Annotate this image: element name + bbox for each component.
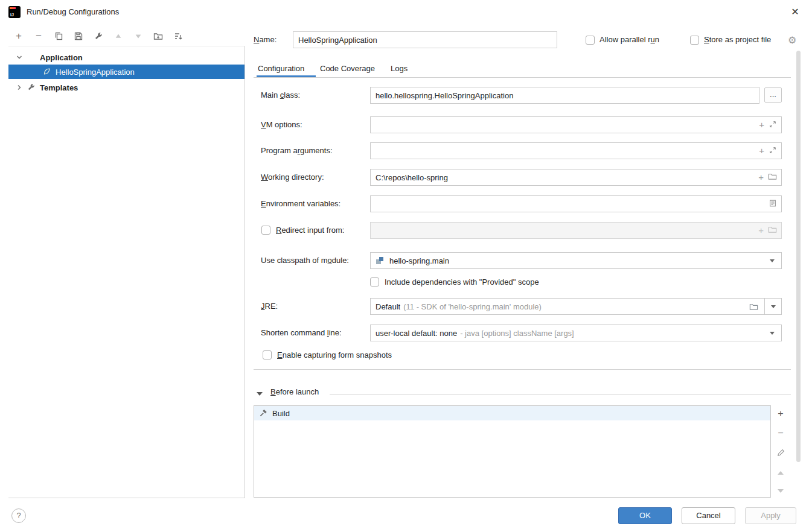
tab-logs[interactable]: Logs — [391, 60, 408, 77]
provided-scope-checkbox[interactable] — [370, 277, 379, 287]
chevron-right-icon[interactable] — [14, 83, 24, 92]
vm-options-label: VM options: — [261, 116, 302, 133]
help-button[interactable]: ? — [11, 508, 26, 523]
move-up-icon[interactable] — [113, 31, 124, 42]
main-class-field — [370, 87, 759, 104]
save-configuration-icon[interactable] — [73, 31, 84, 42]
working-directory-field: + — [370, 169, 782, 186]
scrollbar[interactable] — [796, 51, 801, 462]
ok-button[interactable]: OK — [618, 507, 672, 524]
form-snapshots-checkbox[interactable] — [263, 350, 272, 359]
create-folder-icon[interactable] — [153, 31, 164, 42]
vm-options-expand-icon[interactable] — [769, 120, 777, 130]
shorten-command-line-label: Shorten command line: — [261, 325, 342, 341]
jre-value: Default — [371, 302, 400, 311]
environment-variables-field — [370, 195, 782, 212]
tab-configuration[interactable]: Configuration — [258, 60, 304, 77]
edit-templates-wrench-icon[interactable] — [93, 31, 104, 42]
chevron-down-icon — [770, 332, 775, 335]
vm-options-input[interactable] — [371, 117, 759, 133]
run-debug-configurations-dialog: IJ Run/Debug Configurations ✕ + − — [0, 0, 812, 532]
classpath-module-label: Use classpath of module: — [261, 252, 349, 269]
jre-hint: (11 - SDK of 'hello-spring.main' module) — [403, 302, 542, 311]
store-as-project-file-checkbox[interactable] — [690, 36, 699, 45]
before-launch-move-up-icon[interactable] — [775, 467, 786, 478]
main-class-browse-button[interactable]: ... — [764, 87, 782, 103]
move-down-icon[interactable] — [133, 31, 144, 42]
redirect-input-label: Redirect input from: — [276, 222, 344, 239]
shorten-command-line-value: user-local default: none — [371, 329, 457, 338]
remove-configuration-button[interactable]: − — [33, 31, 44, 42]
name-label: Name: — [254, 31, 277, 48]
before-launch-list: Build — [254, 405, 771, 498]
main-class-input[interactable] — [371, 87, 759, 103]
intellij-logo-icon: IJ — [8, 6, 21, 18]
program-arguments-add-icon[interactable]: + — [759, 146, 764, 156]
build-hammer-icon — [259, 408, 269, 418]
sort-configurations-icon[interactable] — [173, 31, 184, 42]
jre-combobox[interactable]: Default (11 - SDK of 'hello-spring.main'… — [370, 298, 782, 315]
configurations-tree: Application HelloSpringApplication Templ… — [8, 46, 245, 498]
before-launch-move-down-icon[interactable] — [775, 486, 786, 496]
before-launch-add-icon[interactable]: + — [775, 408, 786, 419]
allow-parallel-run-label: Allow parallel run — [599, 31, 659, 48]
working-directory-folder-icon[interactable] — [768, 172, 777, 183]
working-directory-label: Working directory: — [261, 169, 324, 186]
tree-item-label: Application — [40, 53, 83, 62]
spring-boot-icon — [42, 67, 52, 77]
jre-folder-icon[interactable] — [749, 302, 764, 311]
application-type-icon — [27, 52, 36, 62]
program-arguments-input[interactable] — [371, 143, 759, 159]
jre-label: JRE: — [261, 298, 278, 315]
tab-code-coverage[interactable]: Code Coverage — [320, 60, 375, 77]
module-icon — [375, 256, 385, 265]
cancel-button[interactable]: Cancel — [682, 507, 735, 524]
before-launch-collapse-icon[interactable] — [257, 392, 263, 396]
before-launch-divider — [330, 394, 791, 394]
chevron-down-icon — [771, 305, 776, 308]
templates-wrench-icon — [27, 83, 36, 92]
vm-options-field: + — [370, 116, 782, 133]
tree-item-label: Templates — [40, 83, 78, 92]
close-icon[interactable]: ✕ — [789, 6, 801, 18]
form-snapshots-label: Enable capturing form snapshots — [277, 347, 392, 364]
before-launch-edit-icon[interactable] — [775, 447, 786, 458]
working-directory-input[interactable] — [371, 169, 758, 185]
tree-toolbar: + − — [13, 30, 184, 42]
redirect-input-folder-icon — [768, 225, 777, 236]
chevron-down-icon[interactable] — [14, 52, 24, 62]
allow-parallel-run-checkbox[interactable] — [586, 36, 595, 45]
redirect-input-field: + — [370, 222, 782, 239]
tree-item-label: HelloSpringApplication — [56, 68, 135, 77]
add-configuration-button[interactable]: + — [13, 31, 24, 42]
store-as-project-file-label: Store as project file — [704, 31, 771, 48]
jre-dropdown-button[interactable] — [764, 299, 781, 314]
apply-button[interactable]: Apply — [745, 507, 796, 524]
redirect-input-add-icon: + — [758, 226, 764, 235]
name-input[interactable] — [293, 31, 557, 48]
environment-variables-input[interactable] — [371, 196, 769, 212]
working-directory-add-icon[interactable]: + — [758, 173, 764, 182]
classpath-module-combobox[interactable]: hello-spring.main — [370, 252, 782, 269]
before-launch-item-label: Build — [272, 409, 290, 418]
chevron-down-icon — [770, 259, 775, 262]
tree-item-hellospringapplication[interactable]: HelloSpringApplication — [8, 65, 245, 79]
provided-scope-label: Include dependencies with "Provided" sco… — [385, 274, 539, 291]
redirect-input-checkbox[interactable] — [261, 226, 270, 235]
main-class-label: Main class: — [261, 87, 300, 104]
tabs-divider — [254, 77, 791, 78]
classpath-module-value: hello-spring.main — [385, 256, 449, 265]
environment-variables-browse-icon[interactable] — [769, 199, 777, 209]
vm-options-add-icon[interactable]: + — [759, 120, 764, 130]
program-arguments-expand-icon[interactable] — [769, 146, 777, 156]
store-options-gear-icon[interactable]: ⚙ — [788, 35, 796, 46]
before-launch-remove-icon[interactable]: − — [775, 428, 786, 439]
copy-configuration-icon[interactable] — [53, 31, 64, 42]
before-launch-item-build[interactable]: Build — [254, 406, 770, 420]
tree-item-application-group[interactable]: Application — [8, 50, 245, 65]
environment-variables-label: Environment variables: — [261, 195, 340, 212]
program-arguments-field: + — [370, 142, 782, 159]
dialog-title: Run/Debug Configurations — [27, 0, 119, 24]
shorten-command-line-combobox[interactable]: user-local default: none - java [options… — [370, 325, 782, 341]
tree-item-templates-group[interactable]: Templates — [8, 80, 245, 95]
